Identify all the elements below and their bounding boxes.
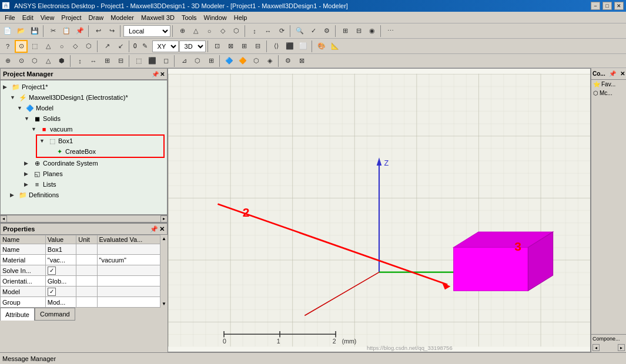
tb3-18[interactable]: ⬡	[250, 55, 263, 68]
maximize-button[interactable]: □	[602, 2, 612, 10]
tb3-16[interactable]: 🔷	[223, 55, 236, 68]
tb2-4[interactable]: ◇	[69, 40, 82, 53]
tb-icon-9[interactable]: 🔍	[293, 25, 306, 38]
menu-view[interactable]: View	[37, 13, 58, 22]
tree-item-model[interactable]: ▼ 🔷 Model	[2, 103, 166, 113]
save-btn[interactable]: 💾	[28, 25, 41, 38]
tb-icon-8[interactable]: ⟳	[275, 25, 288, 38]
viewport[interactable]: Z Y 2 3	[168, 68, 591, 352]
pin-button[interactable]: 📌	[152, 71, 159, 77]
close-button[interactable]: ✕	[614, 2, 624, 10]
tab-attribute[interactable]: Attribute	[0, 308, 35, 321]
scroll-track[interactable]	[7, 216, 160, 222]
tb3-2[interactable]: ⊙	[15, 55, 28, 68]
minimize-button[interactable]: −	[591, 2, 600, 10]
tb2-7[interactable]: ↙	[114, 40, 127, 53]
prop-pin-btn[interactable]: 📌	[150, 225, 158, 233]
tb-icon-1[interactable]: ⊕	[176, 25, 189, 38]
view-plane-dropdown[interactable]: XY YZ XZ	[152, 41, 179, 52]
tb3-21[interactable]: ⊠	[295, 55, 308, 68]
undo-btn[interactable]: ↩	[92, 25, 105, 38]
scroll-down-btn[interactable]: ▼	[162, 301, 166, 306]
prop-val-material[interactable]: "vac...	[45, 255, 76, 265]
tb-icon-13[interactable]: ⊟	[352, 25, 365, 38]
right-panel-close[interactable]: ✕	[620, 70, 625, 77]
tb3-5[interactable]: ⬢	[55, 55, 68, 68]
menu-window[interactable]: Window	[200, 13, 230, 22]
tb3-20[interactable]: ⚙	[282, 55, 294, 68]
prop-close-btn[interactable]: ✕	[159, 225, 165, 233]
tb-icon-2[interactable]: △	[189, 25, 202, 38]
close-panel-button[interactable]: ✕	[160, 71, 165, 77]
menu-file[interactable]: File	[1, 13, 19, 22]
tb3-12[interactable]: ◻	[159, 55, 172, 68]
tb3-6[interactable]: ↕	[73, 55, 86, 68]
tb-icon-4[interactable]: ◇	[216, 25, 229, 38]
prop-val-group[interactable]: Mod...	[45, 297, 76, 308]
tab-command[interactable]: Command	[35, 308, 75, 321]
tb-icon-7[interactable]: ↔	[262, 25, 274, 38]
tb3-3[interactable]: ⬡	[28, 55, 41, 68]
select-btn[interactable]: ⊙	[15, 40, 28, 53]
menu-modeler[interactable]: Modeler	[107, 13, 138, 22]
tb-icon-3[interactable]: ○	[203, 25, 216, 38]
coord-system-dropdown[interactable]: Local Global	[123, 25, 170, 37]
tb-icon-10[interactable]: ✓	[307, 25, 320, 38]
tb2-8[interactable]: ✎	[139, 40, 152, 53]
tb-icon-12[interactable]: ⊞	[339, 25, 352, 38]
tb3-11[interactable]: ⬛	[146, 55, 159, 68]
tree-item-planes[interactable]: ▶ ◱ Planes	[2, 168, 166, 179]
tb-icon-11[interactable]: ⚙	[320, 25, 333, 38]
prop-val-model[interactable]: ✓	[45, 287, 76, 297]
tree-item-box1[interactable]: ▼ ⬚ Box1	[37, 136, 163, 146]
solve-inside-checkbox[interactable]: ✓	[48, 267, 56, 275]
right-scroll-right[interactable]: ▸	[618, 344, 625, 351]
tree-item-definitions[interactable]: ▶ 📁 Definitions	[2, 190, 166, 200]
menu-edit[interactable]: Edit	[19, 13, 37, 22]
tb-more-1[interactable]: ⋯	[384, 25, 397, 38]
prop-val-solveinside[interactable]: ✓	[45, 265, 76, 276]
tb3-19[interactable]: ◈	[263, 55, 276, 68]
tb-icon-14[interactable]: ◉	[366, 25, 379, 38]
prop-val-name[interactable]: Box1	[45, 244, 76, 255]
tb3-8[interactable]: ⊞	[101, 55, 113, 68]
tb2-14[interactable]: ⬛	[283, 40, 296, 53]
prop-scrollbar[interactable]: ▲ ▼	[160, 235, 168, 308]
scroll-up-btn[interactable]: ▲	[162, 236, 166, 241]
menu-maxwell3d[interactable]: Maxwell 3D	[138, 13, 178, 22]
menu-draw[interactable]: Draw	[85, 13, 108, 22]
tb3-15[interactable]: ⊞	[205, 55, 217, 68]
right-scroll-left[interactable]: ◂	[592, 344, 600, 351]
tb3-10[interactable]: ⬚	[132, 55, 145, 68]
tb3-9[interactable]: ⊟	[114, 55, 127, 68]
tb3-7[interactable]: ↔	[87, 55, 100, 68]
tb2-13[interactable]: ⟨⟩	[270, 40, 283, 53]
tb2-1[interactable]: ⬚	[28, 40, 41, 53]
cut-btn[interactable]: ✂	[46, 25, 59, 38]
paste-btn[interactable]: 📌	[73, 25, 86, 38]
tb2-11[interactable]: ⊞	[238, 40, 251, 53]
model-checkbox[interactable]: ✓	[48, 288, 56, 296]
tree-item-vacuum[interactable]: ▼ ■ vacuum	[2, 124, 166, 134]
tree-item-lists[interactable]: ▶ ≡ Lists	[2, 179, 166, 190]
menu-help[interactable]: Help	[230, 13, 251, 22]
tb2-5[interactable]: ⬡	[82, 40, 95, 53]
right-panel-pin[interactable]: 📌	[609, 70, 616, 77]
tb3-17[interactable]: 🔶	[236, 55, 249, 68]
redo-btn[interactable]: ↪	[105, 25, 118, 38]
tb2-17[interactable]: 📐	[329, 40, 342, 53]
tb2-10[interactable]: ⊠	[225, 40, 237, 53]
copy-btn[interactable]: 📋	[60, 25, 73, 38]
tree-item-coordsys[interactable]: ▶ ⊕ Coordinate System	[2, 158, 166, 168]
menu-project[interactable]: Project	[58, 13, 85, 22]
tb2-12[interactable]: ⊟	[252, 40, 265, 53]
tb3-4[interactable]: △	[42, 55, 55, 68]
tb3-13[interactable]: ⊿	[178, 55, 190, 68]
tb2-3[interactable]: ○	[55, 40, 68, 53]
tb2-16[interactable]: 🎨	[315, 40, 328, 53]
scroll-left[interactable]: ◂	[0, 215, 7, 223]
tb-icon-6[interactable]: ↕	[248, 25, 261, 38]
tree-item-createbox[interactable]: ✦ CreateBox	[37, 146, 163, 157]
tb3-1[interactable]: ⊕	[1, 55, 14, 68]
right-panel-favorites[interactable]: ⭐ Fav...	[591, 80, 626, 89]
